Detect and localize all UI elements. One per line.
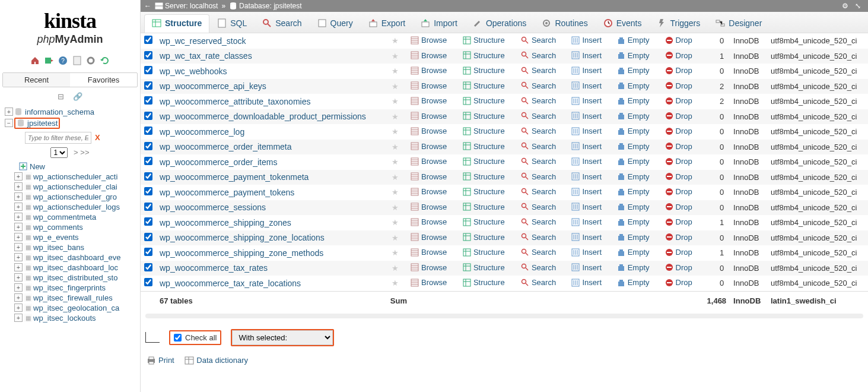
expand-icon[interactable]: + (14, 223, 23, 231)
tab-import[interactable]: Import (413, 14, 465, 33)
tab-operations[interactable]: Operations (465, 14, 534, 33)
drop-action[interactable]: Drop (663, 278, 695, 287)
expand-icon[interactable]: + (5, 108, 13, 116)
row-checkbox[interactable] (144, 278, 152, 286)
tree-table-wp_commentmeta[interactable]: +▦wp_commentmeta (1, 212, 139, 222)
row-checkbox[interactable] (144, 248, 152, 256)
row-checkbox[interactable] (144, 157, 152, 165)
search-action[interactable]: Search (519, 263, 558, 272)
table-name-link[interactable]: wp_woocommerce_api_keys (160, 81, 266, 91)
drop-action[interactable]: Drop (663, 51, 695, 60)
with-selected-dropdown[interactable]: With selected: (232, 330, 333, 345)
menu-icon[interactable]: ▦ (24, 203, 32, 211)
tree-new[interactable]: New (1, 162, 139, 172)
empty-action[interactable]: Empty (615, 96, 652, 105)
drop-action[interactable]: Drop (663, 203, 695, 211)
empty-action[interactable]: Empty (615, 142, 652, 151)
drop-action[interactable]: Drop (663, 127, 695, 135)
browse-action[interactable]: Browse (408, 66, 449, 75)
tree-table-wp_itsec_lockouts[interactable]: +▦wp_itsec_lockouts (1, 313, 139, 323)
table-name-link[interactable]: wp_woocommerce_log (160, 127, 244, 137)
structure-action[interactable]: Structure (460, 157, 507, 166)
tree-table-wp_itsec_dashboard_loc[interactable]: +▦wp_itsec_dashboard_loc (1, 263, 139, 273)
browse-action[interactable]: Browse (408, 96, 449, 105)
search-action[interactable]: Search (519, 66, 558, 75)
search-action[interactable]: Search (519, 203, 558, 211)
search-action[interactable]: Search (519, 187, 558, 196)
table-name-link[interactable]: wp_woocommerce_shipping_zones (160, 218, 291, 227)
empty-action[interactable]: Empty (615, 187, 652, 196)
menu-icon[interactable]: ▦ (24, 253, 32, 261)
row-checkbox[interactable] (144, 127, 152, 135)
favorite-icon[interactable]: ★ (390, 112, 400, 121)
favorite-icon[interactable]: ★ (390, 279, 400, 287)
insert-action[interactable]: Insert (569, 157, 604, 166)
insert-action[interactable]: Insert (569, 36, 604, 45)
drop-action[interactable]: Drop (663, 96, 695, 105)
db-jpsitetest[interactable]: − jpsitetest (1, 117, 139, 129)
tab-routines[interactable]: Routines (534, 14, 595, 33)
expand-icon[interactable]: + (14, 233, 23, 241)
row-checkbox[interactable] (144, 81, 152, 90)
tree-next-page[interactable]: > >> (74, 148, 89, 157)
drop-action[interactable]: Drop (663, 172, 695, 181)
data-dictionary-link[interactable]: Data dictionary (185, 356, 248, 365)
empty-action[interactable]: Empty (615, 278, 652, 287)
search-action[interactable]: Search (519, 96, 558, 105)
search-action[interactable]: Search (519, 112, 558, 121)
collapse-all-icon[interactable]: ⊟ (58, 92, 64, 101)
structure-action[interactable]: Structure (460, 263, 507, 272)
menu-icon[interactable]: ▦ (24, 263, 32, 271)
tab-designer[interactable]: Designer (708, 14, 770, 33)
insert-action[interactable]: Insert (569, 263, 604, 272)
structure-action[interactable]: Structure (460, 51, 507, 60)
tab-sql[interactable]: SQL (209, 14, 255, 33)
tree-table-wp_itsec_bans[interactable]: +▦wp_itsec_bans (1, 242, 139, 252)
tab-events[interactable]: Events (596, 14, 650, 33)
browse-action[interactable]: Browse (408, 248, 449, 257)
insert-action[interactable]: Insert (569, 233, 604, 242)
menu-icon[interactable]: ▦ (24, 243, 32, 251)
menu-icon[interactable]: ▦ (24, 172, 32, 181)
empty-action[interactable]: Empty (615, 112, 652, 121)
search-action[interactable]: Search (519, 233, 558, 242)
favorite-icon[interactable]: ★ (390, 82, 400, 91)
table-name-link[interactable]: wp_woocommerce_tax_rates (160, 263, 268, 273)
drop-action[interactable]: Drop (663, 81, 695, 90)
favorite-icon[interactable]: ★ (390, 233, 400, 242)
browse-action[interactable]: Browse (408, 157, 449, 166)
insert-action[interactable]: Insert (569, 127, 604, 135)
expand-icon[interactable]: + (14, 263, 23, 271)
expand-icon[interactable]: + (14, 243, 23, 251)
structure-action[interactable]: Structure (460, 172, 507, 181)
favorites-tab[interactable]: Favorites (70, 73, 137, 87)
table-name-link[interactable]: wp_woocommerce_shipping_zone_locations (160, 233, 325, 242)
browse-action[interactable]: Browse (408, 203, 449, 211)
search-action[interactable]: Search (519, 142, 558, 151)
tab-export[interactable]: Export (361, 14, 413, 33)
row-checkbox[interactable] (144, 36, 152, 44)
empty-action[interactable]: Empty (615, 51, 652, 60)
scrollbar[interactable] (145, 314, 863, 318)
menu-icon[interactable]: ▦ (24, 192, 32, 201)
table-name-link[interactable]: wp_woocommerce_downloadable_product_perm… (160, 112, 366, 121)
collapse-icon[interactable]: − (5, 119, 13, 127)
empty-action[interactable]: Empty (615, 66, 652, 75)
structure-action[interactable]: Structure (460, 217, 507, 226)
empty-action[interactable]: Empty (615, 217, 652, 226)
check-all-box[interactable]: Check all (169, 330, 221, 345)
structure-action[interactable]: Structure (460, 66, 507, 75)
browse-action[interactable]: Browse (408, 172, 449, 181)
tree-table-wp_actionscheduler_gro[interactable]: +▦wp_actionscheduler_gro (1, 192, 139, 202)
expand-icon[interactable]: + (14, 172, 23, 181)
tab-search[interactable]: Search (255, 14, 309, 33)
search-action[interactable]: Search (519, 172, 558, 181)
drop-action[interactable]: Drop (663, 263, 695, 272)
browse-action[interactable]: Browse (408, 187, 449, 196)
row-checkbox[interactable] (144, 172, 152, 181)
row-checkbox[interactable] (144, 233, 152, 241)
tree-table-wp_itsec_dashboard_eve[interactable]: +▦wp_itsec_dashboard_eve (1, 252, 139, 263)
row-checkbox[interactable] (144, 142, 152, 150)
favorite-icon[interactable]: ★ (390, 173, 400, 182)
drop-action[interactable]: Drop (663, 233, 695, 242)
